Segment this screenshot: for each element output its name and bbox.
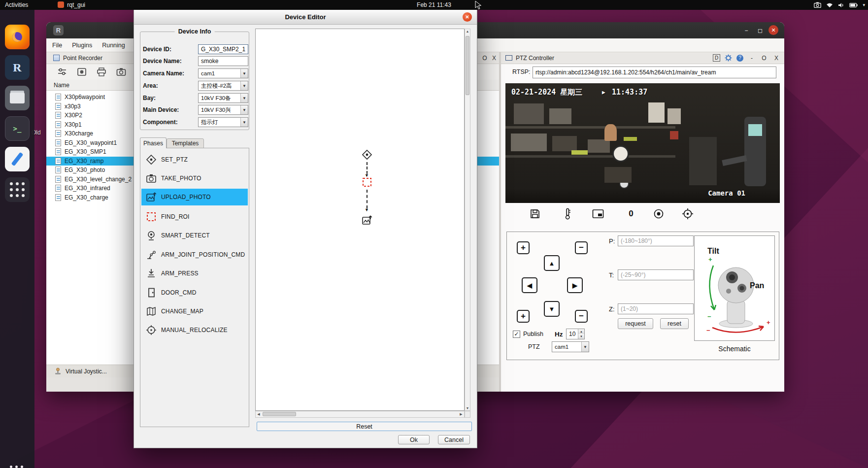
phase-item-set-ptz[interactable]: SET_PTZ xyxy=(141,151,248,168)
dock-float-button[interactable]: O xyxy=(760,55,768,62)
horizontal-scrollbar[interactable]: ◀ ▶ xyxy=(255,411,465,418)
scrollbar-thumb[interactable] xyxy=(466,36,469,95)
bay-select[interactable]: 10kV F30备▼ xyxy=(198,93,248,103)
activities-button[interactable]: Activities xyxy=(0,1,33,8)
phase-item-smart-detect[interactable]: SMART_DETECT xyxy=(141,227,248,244)
scroll-up-icon[interactable]: ▲ xyxy=(465,30,470,33)
area-select[interactable]: 主控楼-#2高▼ xyxy=(198,81,248,91)
pan-left-button[interactable]: ◀ xyxy=(522,277,537,293)
detach-button[interactable]: D xyxy=(713,54,720,62)
ok-button[interactable]: Ok xyxy=(398,435,430,444)
tilt-up-button[interactable]: ▲ xyxy=(544,255,560,271)
request-button[interactable]: request xyxy=(618,318,653,329)
dock-close-button[interactable]: X xyxy=(490,55,498,62)
tilt-down-button[interactable]: ▼ xyxy=(544,301,560,317)
phase-item-upload-photo[interactable]: UPLOAD_PHOTO xyxy=(141,189,248,205)
dock-close-button[interactable]: X xyxy=(772,55,780,62)
battery-icon[interactable] xyxy=(849,3,858,7)
scroll-down-icon[interactable]: ▼ xyxy=(465,406,470,410)
terminal-dock-icon[interactable]: >_ xyxy=(5,116,30,141)
volume-icon[interactable] xyxy=(838,2,844,8)
tilt-input[interactable] xyxy=(618,269,694,280)
maximize-button[interactable]: ◻ xyxy=(755,26,766,35)
tab-phases[interactable]: Phases xyxy=(140,137,167,148)
scroll-right-icon[interactable]: ▶ xyxy=(459,412,464,416)
device-editor-titlebar[interactable]: Device Editor ✕ xyxy=(134,9,477,25)
camera-name-select[interactable]: cam1▼ xyxy=(198,68,248,78)
rtsp-input[interactable] xyxy=(533,67,776,78)
phase-item-change-map[interactable]: CHANGE_MAP xyxy=(141,303,248,320)
thermometer-icon[interactable] xyxy=(561,207,574,221)
record-point-icon[interactable] xyxy=(77,67,87,76)
zoom-input[interactable] xyxy=(618,303,694,314)
phase-item-find-roi[interactable]: FIND_ROI xyxy=(141,208,248,225)
firefox-dock-icon[interactable] xyxy=(5,25,30,49)
camera-tool-icon[interactable] xyxy=(116,67,126,76)
help-icon[interactable]: ? xyxy=(736,55,743,62)
phase-item-take-photo[interactable]: TAKE_PHOTO xyxy=(141,170,248,187)
ptz-select-label: PTZ xyxy=(528,343,540,350)
svg-text:+: + xyxy=(708,256,712,263)
close-button[interactable]: ✕ xyxy=(768,25,778,35)
menu-plugins[interactable]: Plugins xyxy=(72,42,92,49)
menu-running[interactable]: Running xyxy=(102,42,125,49)
ptz-reset-button[interactable]: reset xyxy=(660,318,689,329)
vertical-scrollbar[interactable]: ▲ ▼ xyxy=(465,29,470,411)
ptz-controller-titlebar[interactable]: PTZ Controller D ? - O X xyxy=(501,52,784,64)
cabinet xyxy=(689,137,717,185)
scrollbar-thumb[interactable] xyxy=(263,412,296,416)
waypoint-file-icon xyxy=(55,139,61,146)
cancel-button[interactable]: Cancel xyxy=(438,435,470,444)
phase-item-manual-relocalize[interactable]: MANUAL_RELOCALIZE xyxy=(141,322,248,338)
phase-item-door-cmd[interactable]: DOOR_CMD xyxy=(141,284,248,301)
dock-float-button[interactable]: O xyxy=(481,55,489,62)
zoom-out-button[interactable]: − xyxy=(575,241,588,254)
device-id-input[interactable] xyxy=(198,44,248,54)
picture-in-picture-icon[interactable] xyxy=(591,207,605,221)
clock[interactable]: Feb 21 11:43 xyxy=(404,1,464,8)
pan-input[interactable] xyxy=(618,235,694,246)
phase-item-arm-press[interactable]: ARM_PRESS xyxy=(141,265,248,282)
screenshot-indicator-icon[interactable] xyxy=(814,2,821,8)
rqt-dock-icon[interactable]: R xyxy=(5,55,30,80)
flow-set-ptz-icon[interactable] xyxy=(362,149,372,160)
menu-file[interactable]: File xyxy=(52,42,62,49)
ptz-camera-select[interactable]: cam1▼ xyxy=(552,341,589,352)
component-label: Component: xyxy=(143,119,197,126)
zoom-zero-button[interactable]: 0 xyxy=(624,207,638,221)
phase-item-arm-joint-position[interactable]: ARM_JOINT_POSITION_CMD xyxy=(141,246,248,263)
record-icon[interactable] xyxy=(652,207,666,221)
flow-find-roi-icon[interactable] xyxy=(362,177,372,188)
main-device-select[interactable]: 10kV F30兴▼ xyxy=(198,105,248,115)
dock-minimize-button[interactable]: - xyxy=(748,55,756,62)
network-icon[interactable] xyxy=(826,2,833,8)
gear-icon[interactable] xyxy=(725,54,732,62)
component-select[interactable]: 指示灯▼ xyxy=(198,117,248,127)
show-apps-button[interactable] xyxy=(5,177,30,202)
scroll-left-icon[interactable]: ◀ xyxy=(256,412,261,416)
ptz-settings-gear-icon[interactable] xyxy=(681,207,695,221)
close-icon[interactable]: ✕ xyxy=(463,12,472,22)
chevron-down-icon[interactable]: ▾ xyxy=(863,2,865,7)
focus-out-button[interactable]: − xyxy=(575,310,588,323)
osd-time: 11:43:37 xyxy=(612,88,647,97)
reset-button[interactable]: Reset xyxy=(257,422,472,431)
focused-app-menu[interactable]: rqt_gui xyxy=(53,1,90,8)
tab-templates[interactable]: Templates xyxy=(167,138,204,148)
print-icon[interactable] xyxy=(97,67,106,76)
publish-checkbox[interactable]: ✓ xyxy=(513,331,520,338)
files-dock-icon[interactable] xyxy=(5,86,30,110)
spin-down-icon[interactable]: ▼ xyxy=(578,334,584,339)
save-snapshot-icon[interactable] xyxy=(528,207,542,221)
spin-up-icon[interactable]: ▲ xyxy=(578,329,584,334)
device-name-input[interactable] xyxy=(198,56,248,66)
pan-right-button[interactable]: ▶ xyxy=(567,277,583,293)
focus-in-button[interactable]: + xyxy=(517,310,530,323)
hz-spinbox[interactable]: 10 ▲▼ xyxy=(566,329,585,339)
flow-upload-photo-icon[interactable] xyxy=(362,215,372,226)
phase-flow-canvas[interactable]: ▼ ▼ xyxy=(255,29,465,411)
settings-icon[interactable] xyxy=(57,67,67,76)
text-editor-dock-icon[interactable] xyxy=(5,147,30,171)
zoom-in-button[interactable]: + xyxy=(517,241,530,254)
minimize-button[interactable]: − xyxy=(741,26,752,35)
